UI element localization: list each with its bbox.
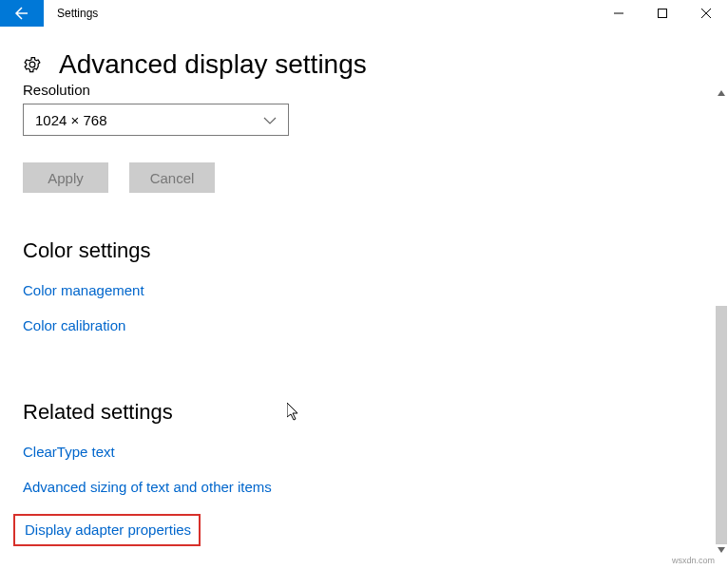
- resolution-dropdown[interactable]: 1024 × 768: [23, 104, 289, 136]
- gear-icon: [23, 55, 42, 74]
- resolution-label: Resolution: [23, 82, 705, 98]
- back-button[interactable]: [0, 0, 44, 27]
- close-icon: [701, 9, 711, 18]
- scroll-down-icon: [718, 547, 725, 553]
- maximize-icon: [658, 9, 667, 18]
- cancel-button[interactable]: Cancel: [129, 162, 215, 193]
- button-row: Apply Cancel: [23, 162, 705, 193]
- scroll-down-button[interactable]: [715, 544, 728, 556]
- resolution-value: 1024 × 768: [35, 112, 107, 128]
- maximize-button[interactable]: [641, 0, 684, 27]
- color-section-title: Color settings: [23, 238, 705, 263]
- chevron-down-icon: [263, 111, 277, 128]
- cleartype-link[interactable]: ClearType text: [23, 444, 115, 460]
- highlight-box: Display adapter properties: [13, 514, 201, 546]
- page-header: Advanced display settings: [23, 49, 728, 80]
- scroll-up-button[interactable]: [715, 87, 728, 99]
- content-area: Resolution 1024 × 768 Apply Cancel Color…: [0, 85, 728, 569]
- watermark: wsxdn.com: [672, 556, 715, 565]
- title-bar: Settings: [0, 0, 728, 27]
- window-controls: [597, 0, 728, 27]
- color-management-link[interactable]: Color management: [23, 282, 144, 298]
- svg-rect-0: [659, 9, 667, 18]
- back-arrow-icon: [14, 6, 29, 21]
- page-title: Advanced display settings: [59, 49, 367, 80]
- scrollbar[interactable]: [715, 87, 728, 556]
- close-button[interactable]: [684, 0, 728, 27]
- minimize-button[interactable]: [597, 0, 641, 27]
- minimize-icon: [614, 9, 623, 18]
- apply-button[interactable]: Apply: [23, 162, 108, 193]
- scroll-thumb[interactable]: [716, 306, 727, 544]
- scroll-up-icon: [718, 90, 725, 96]
- window-title: Settings: [57, 7, 98, 20]
- scroll-track[interactable]: [715, 99, 728, 544]
- color-calibration-link[interactable]: Color calibration: [23, 317, 125, 333]
- advanced-sizing-link[interactable]: Advanced sizing of text and other items: [23, 479, 272, 495]
- related-section-title: Related settings: [23, 400, 705, 425]
- display-adapter-link[interactable]: Display adapter properties: [25, 522, 191, 538]
